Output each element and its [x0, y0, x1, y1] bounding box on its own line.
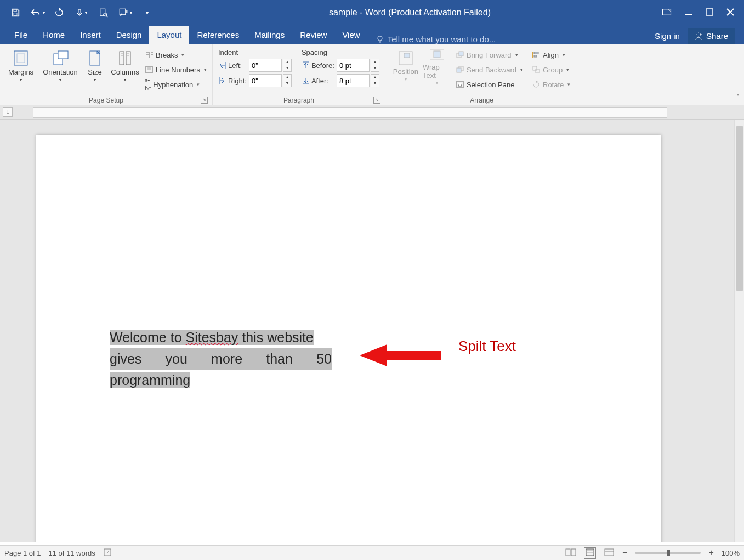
scrollbar-thumb[interactable] [736, 126, 743, 291]
tab-design[interactable]: Design [109, 26, 150, 44]
space-after-spinner[interactable]: ▲▼ [371, 74, 379, 87]
save-icon[interactable] [4, 2, 26, 23]
vertical-scrollbar[interactable] [734, 120, 744, 542]
line-numbers-button[interactable]: Line Numbers [143, 63, 209, 76]
send-backward-icon [456, 65, 464, 74]
tell-me-search[interactable]: Tell me what you want to do... [368, 35, 655, 44]
margins-label: Margins [8, 68, 33, 76]
wrap-text-label: Wrap Text [423, 63, 451, 80]
close-icon[interactable] [726, 8, 734, 18]
zoom-out-button[interactable]: − [622, 548, 627, 558]
view-read-mode-icon[interactable] [565, 548, 576, 558]
selected-text-block[interactable]: Welcome to Sitesbay this website givesyo… [110, 327, 332, 391]
svg-rect-43 [534, 55, 537, 57]
undo-icon[interactable]: ▾ [26, 2, 48, 23]
breaks-icon [145, 50, 154, 59]
tab-references[interactable]: References [189, 26, 247, 44]
breaks-button[interactable]: Breaks [143, 48, 209, 61]
print-preview-icon[interactable] [92, 2, 114, 23]
hyphenation-icon: a-bc [145, 76, 151, 93]
indent-heading: Indent [218, 47, 292, 59]
orientation-button[interactable]: Orientation▾ [38, 46, 82, 86]
quick-access-toolbar: ▾ ▾ ▾ ▾ [4, 2, 158, 23]
indent-left-spinner[interactable]: ▲▼ [283, 59, 292, 72]
page-setup-dialog-launcher[interactable]: ↘ [201, 97, 208, 104]
send-backward-button[interactable]: Send Backward [453, 63, 525, 76]
collapse-ribbon-icon[interactable]: ˄ [736, 94, 740, 101]
svg-rect-37 [459, 52, 463, 56]
svg-rect-6 [663, 9, 671, 15]
zoom-slider-knob[interactable] [667, 550, 670, 556]
view-web-layout-icon[interactable] [604, 548, 615, 558]
spacing-heading: Spacing [302, 47, 379, 59]
indent-right-input[interactable] [249, 74, 282, 87]
touch-mode-icon[interactable]: ▾ [114, 2, 136, 23]
columns-button[interactable]: Columns▾ [107, 46, 143, 86]
status-bar: Page 1 of 1 11 of 11 words − + 100% [0, 545, 744, 560]
doc-line1b: Sitesbay [185, 330, 238, 345]
rotate-icon [532, 80, 541, 89]
view-print-layout-icon[interactable] [584, 547, 596, 559]
space-before-icon [302, 61, 310, 70]
tab-view[interactable]: View [334, 26, 367, 44]
zoom-level[interactable]: 100% [722, 549, 740, 557]
selection-pane-icon [456, 80, 464, 89]
indent-right-label: Right: [228, 77, 248, 85]
tab-mailings[interactable]: Mailings [247, 26, 292, 44]
minimize-icon[interactable] [685, 8, 692, 18]
bring-forward-button[interactable]: Bring Forward [453, 48, 525, 61]
spellcheck-icon[interactable] [103, 548, 113, 558]
group-page-setup: Margins▾ Orientation▾ Size▾ Columns▾ Bre… [0, 44, 213, 105]
space-before-input[interactable] [337, 59, 370, 72]
position-button[interactable]: Position▾ [389, 46, 423, 86]
wrap-text-button[interactable]: Wrap Text▾ [423, 46, 451, 86]
selection-pane-button[interactable]: Selection Pane [453, 78, 525, 91]
zoom-slider[interactable] [635, 552, 701, 554]
bring-forward-label: Bring Forward [467, 51, 512, 59]
tab-selector[interactable]: L [3, 107, 13, 117]
status-words[interactable]: 11 of 11 words [49, 549, 95, 557]
sign-in-link[interactable]: Sign in [655, 31, 680, 41]
space-after-input[interactable] [337, 74, 370, 87]
maximize-icon[interactable] [706, 8, 713, 18]
horizontal-ruler[interactable] [33, 107, 667, 118]
rotate-button[interactable]: Rotate [530, 78, 572, 91]
page-setup-group-label: Page Setup [89, 97, 123, 104]
window-controls [662, 8, 740, 18]
indent-right-spinner[interactable]: ▲▼ [283, 74, 292, 87]
ruler-horizontal-area: L [0, 105, 744, 120]
indent-left-icon [218, 61, 227, 70]
tab-insert[interactable]: Insert [72, 26, 109, 44]
zoom-in-button[interactable]: + [708, 548, 713, 558]
app-title: sample - Word (Product Activation Failed… [158, 8, 662, 18]
ribbon-display-options-icon[interactable] [662, 8, 672, 18]
margins-button[interactable]: Margins▾ [3, 46, 38, 86]
hyphenation-button[interactable]: a-bcHyphenation [143, 78, 209, 91]
mic-icon[interactable]: ▾ [70, 2, 92, 23]
tab-review[interactable]: Review [292, 26, 334, 44]
share-button[interactable]: Share [688, 28, 735, 44]
size-button[interactable]: Size▾ [82, 46, 107, 86]
paragraph-dialog-launcher[interactable]: ↘ [373, 97, 380, 104]
indent-left-input[interactable] [249, 59, 282, 72]
breaks-label: Breaks [156, 51, 178, 59]
vertical-ruler[interactable] [3, 120, 13, 542]
align-button[interactable]: Align [530, 48, 572, 61]
svg-rect-45 [536, 69, 539, 73]
group-button[interactable]: Group [530, 63, 572, 76]
indent-right-icon [218, 76, 227, 85]
svg-rect-8 [706, 9, 713, 15]
hyphenation-label: Hyphenation [153, 81, 193, 89]
line-numbers-label: Line Numbers [156, 66, 200, 74]
line-numbers-icon [145, 65, 154, 74]
repeat-icon[interactable] [48, 2, 70, 23]
svg-point-11 [378, 36, 382, 41]
space-after-icon [302, 76, 310, 85]
document-page[interactable]: Welcome to Sitesbay this website givesyo… [36, 135, 661, 542]
tab-file[interactable]: File [7, 26, 35, 44]
tab-home[interactable]: Home [35, 26, 72, 44]
space-before-spinner[interactable]: ▲▼ [371, 59, 379, 72]
qat-customize-icon[interactable]: ▾ [136, 2, 158, 23]
tab-layout[interactable]: Layout [149, 26, 189, 44]
status-page[interactable]: Page 1 of 1 [4, 549, 41, 557]
